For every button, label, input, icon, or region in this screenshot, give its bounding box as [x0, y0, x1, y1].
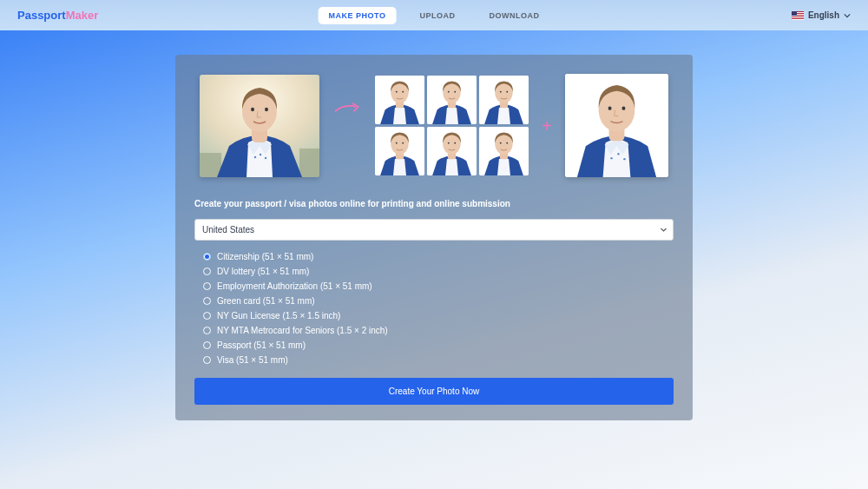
chevron-down-icon [844, 12, 851, 19]
create-photo-button[interactable]: Create Your Photo Now [194, 378, 674, 405]
document-type-list: Citizenship (51 × 51 mm) DV lottery (51 … [194, 249, 674, 367]
svg-rect-2 [299, 149, 319, 177]
radio-icon [203, 297, 211, 305]
svg-point-33 [448, 142, 450, 144]
photo-preview-row: + [194, 74, 674, 177]
logo-text-2: Maker [66, 9, 99, 22]
country-select[interactable]: United States [194, 219, 674, 241]
option-label: Passport (51 × 51 mm) [217, 340, 306, 350]
radio-icon [203, 253, 211, 261]
logo[interactable]: PassportMaker [17, 9, 98, 22]
svg-point-42 [617, 153, 619, 155]
document-type-option[interactable]: DV lottery (51 × 51 mm) [203, 264, 674, 279]
svg-point-3 [254, 155, 256, 157]
top-header: PassportMaker MAKE PHOTO UPLOAD DOWNLOAD… [0, 0, 868, 30]
option-label: Employment Authorization (51 × 51 mm) [217, 281, 372, 291]
document-type-option[interactable]: NY MTA Metrocard for Seniors (1.5 × 2 in… [203, 323, 674, 338]
document-type-option[interactable]: NY Gun License (1.5 × 1.5 inch) [203, 308, 674, 323]
source-photo [200, 75, 319, 177]
plus-icon: + [542, 117, 552, 135]
logo-text-1: Passport [17, 9, 66, 22]
sheet-cell [375, 127, 424, 175]
svg-point-5 [265, 156, 266, 158]
nav-make-photo[interactable]: MAKE PHOTO [319, 7, 397, 24]
radio-icon [203, 282, 211, 290]
nav-upload[interactable]: UPLOAD [409, 7, 465, 24]
document-type-option[interactable]: Green card (51 × 51 mm) [203, 294, 674, 308]
radio-icon [203, 327, 211, 334]
radio-icon [203, 356, 211, 364]
svg-point-23 [500, 91, 502, 93]
language-selector[interactable]: English [792, 10, 851, 20]
svg-point-38 [500, 142, 502, 144]
photo-card: + Create your pass [175, 55, 693, 420]
svg-point-18 [448, 91, 450, 93]
language-label: English [808, 10, 839, 20]
document-type-option[interactable]: Employment Authorization (51 × 51 mm) [203, 279, 674, 294]
svg-point-4 [260, 153, 261, 155]
flag-us-icon [792, 11, 804, 20]
svg-point-29 [402, 142, 404, 144]
svg-point-9 [265, 107, 268, 110]
option-label: DV lottery (51 × 51 mm) [217, 267, 309, 276]
radio-icon [203, 341, 211, 349]
photo-sheet-grid [375, 76, 529, 175]
hero-section: + Create your pass [0, 30, 868, 489]
document-type-option[interactable]: Passport (51 × 51 mm) [203, 338, 674, 353]
svg-point-28 [396, 142, 398, 144]
radio-icon [203, 268, 211, 275]
svg-point-47 [621, 106, 625, 109]
option-label: Green card (51 × 51 mm) [217, 296, 315, 306]
svg-point-39 [506, 142, 508, 144]
svg-point-34 [454, 142, 456, 144]
svg-point-19 [454, 91, 456, 93]
option-label: NY MTA Metrocard for Seniors (1.5 × 2 in… [217, 326, 388, 335]
sheet-cell [375, 76, 424, 124]
document-type-option[interactable]: Citizenship (51 × 51 mm) [203, 249, 674, 264]
document-type-option[interactable]: Visa (51 × 51 mm) [203, 353, 674, 367]
svg-point-13 [396, 91, 398, 93]
sheet-cell [427, 127, 477, 175]
svg-rect-1 [200, 153, 221, 177]
radio-icon [203, 312, 211, 320]
svg-point-43 [623, 158, 625, 160]
option-label: NY Gun License (1.5 × 1.5 inch) [217, 311, 340, 320]
sheet-cell [479, 127, 529, 175]
option-label: Citizenship (51 × 51 mm) [217, 252, 313, 261]
nav-download[interactable]: DOWNLOAD [478, 7, 549, 24]
top-nav: MAKE PHOTO UPLOAD DOWNLOAD [319, 7, 550, 24]
result-photo [565, 74, 668, 177]
svg-point-46 [608, 106, 611, 109]
option-label: Visa (51 × 51 mm) [217, 355, 288, 365]
svg-point-8 [251, 107, 254, 110]
svg-point-41 [610, 157, 612, 159]
instruction-text: Create your passport / visa photos onlin… [194, 199, 674, 208]
arrow-right-icon [332, 100, 362, 117]
svg-point-14 [402, 91, 404, 93]
sheet-cell [427, 76, 477, 124]
svg-point-24 [506, 91, 508, 93]
sheet-cell [479, 76, 529, 124]
